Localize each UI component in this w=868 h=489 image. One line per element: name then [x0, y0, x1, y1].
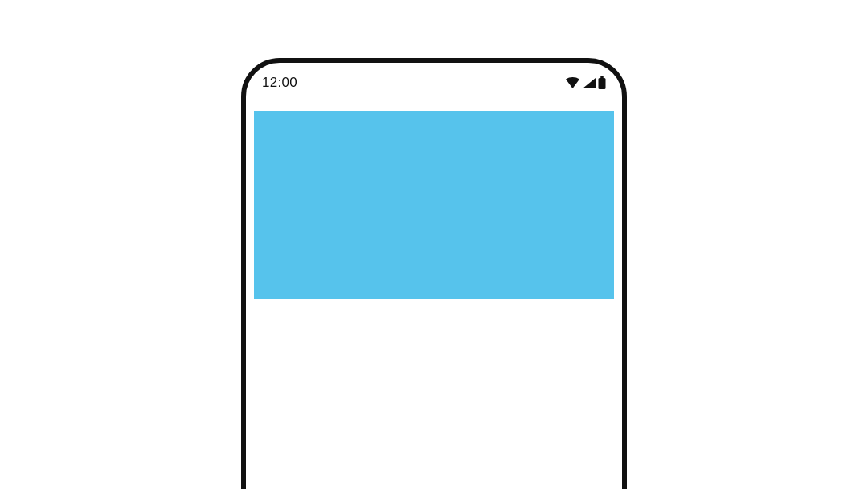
- device-frame: 12:00: [241, 58, 627, 489]
- cellular-signal-icon: [582, 77, 596, 89]
- status-bar: 12:00: [246, 63, 622, 103]
- screen-content: [246, 103, 622, 299]
- svg-rect-1: [599, 78, 606, 89]
- wifi-icon: [565, 77, 580, 89]
- svg-rect-0: [600, 76, 604, 78]
- status-icons-group: [565, 76, 606, 89]
- banner-block: [254, 111, 614, 299]
- status-time: 12:00: [262, 75, 297, 91]
- battery-icon: [598, 76, 606, 89]
